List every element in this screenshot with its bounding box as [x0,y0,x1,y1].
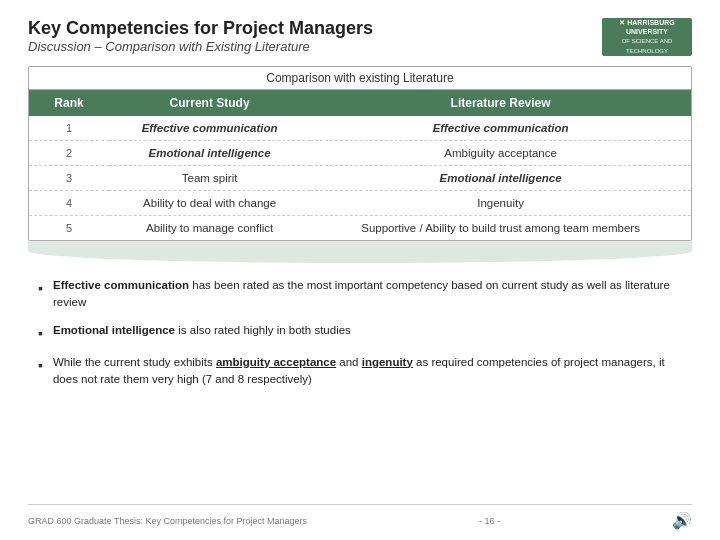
bullet-item-2: ▪ Emotional intelligence is also rated h… [38,322,682,344]
col-literature-review: Literature Review [310,90,691,116]
footer: GRAD 600 Graduate Thesis: Key Competenci… [28,504,692,530]
header-titles: Key Competencies for Project Managers Di… [28,18,373,54]
bullet-marker-1: ▪ [38,278,43,299]
col-rank: Rank [29,90,109,116]
cell-literature-4: Ingenuity [310,191,691,216]
bullet-text-3: While the current study exhibits ambigui… [53,354,682,389]
table-section-title: Comparison with existing Literature [29,67,691,90]
cell-current-5: Ability to manage conflict [109,216,310,241]
cell-literature-1: Effective communication [310,116,691,141]
page: Key Competencies for Project Managers Di… [0,0,720,540]
footer-course: GRAD 600 Graduate Thesis: Key Competenci… [28,516,307,526]
cell-rank-5: 5 [29,216,109,241]
cell-current-2: Emotional intelligence [109,141,310,166]
bullet-marker-2: ▪ [38,323,43,344]
table-row-5: 5Ability to manage conflictSupportive / … [29,216,691,241]
bullet-3-mid: and [339,356,361,368]
table-header-row: Rank Current Study Literature Review [29,90,691,116]
logo-text: ✕ HARRISBURGUNIVERSITYOF SCIENCE AND TEC… [602,18,692,56]
cell-current-4: Ability to deal with change [109,191,310,216]
bullet-3-plain: While the current study exhibits [53,356,216,368]
col-current-study: Current Study [109,90,310,116]
bullet-text-1: Effective communication has been rated a… [53,277,682,312]
main-title: Key Competencies for Project Managers [28,18,373,39]
wave-decoration [28,241,692,263]
bullet-1-bold: Effective communication [53,279,189,291]
cell-rank-2: 2 [29,141,109,166]
bullet-marker-3: ▪ [38,355,43,376]
bullet-2-rest: is also rated highly in both studies [178,324,351,336]
university-logo: ✕ HARRISBURGUNIVERSITYOF SCIENCE AND TEC… [602,18,692,56]
table-row-4: 4Ability to deal with changeIngenuity [29,191,691,216]
bullet-3-bold2: ingenuity [362,356,413,368]
cell-literature-2: Ambiguity acceptance [310,141,691,166]
bullet-points-section: ▪ Effective communication has been rated… [28,277,692,504]
cell-current-1: Effective communication [109,116,310,141]
subtitle: Discussion – Comparison with Existing Li… [28,39,373,54]
cell-literature-5: Supportive / Ability to build trust amon… [310,216,691,241]
cell-rank-1: 1 [29,116,109,141]
bullet-3-bold1: ambiguity acceptance [216,356,336,368]
cell-rank-4: 4 [29,191,109,216]
table-row-2: 2Emotional intelligenceAmbiguity accepta… [29,141,691,166]
bullet-text-2: Emotional intelligence is also rated hig… [53,322,351,339]
cell-current-3: Team spirit [109,166,310,191]
comparison-table-section: Comparison with existing Literature Rank… [28,66,692,241]
bullet-item-1: ▪ Effective communication has been rated… [38,277,682,312]
comparison-table: Rank Current Study Literature Review 1Ef… [29,90,691,240]
footer-page: - 16 - [479,516,500,526]
table-row-3: 3Team spiritEmotional intelligence [29,166,691,191]
cell-literature-3: Emotional intelligence [310,166,691,191]
bullet-2-bold: Emotional intelligence [53,324,175,336]
speaker-icon: 🔊 [672,511,692,530]
table-row-1: 1Effective communicationEffective commun… [29,116,691,141]
cell-rank-3: 3 [29,166,109,191]
header: Key Competencies for Project Managers Di… [28,18,692,56]
bullet-item-3: ▪ While the current study exhibits ambig… [38,354,682,389]
